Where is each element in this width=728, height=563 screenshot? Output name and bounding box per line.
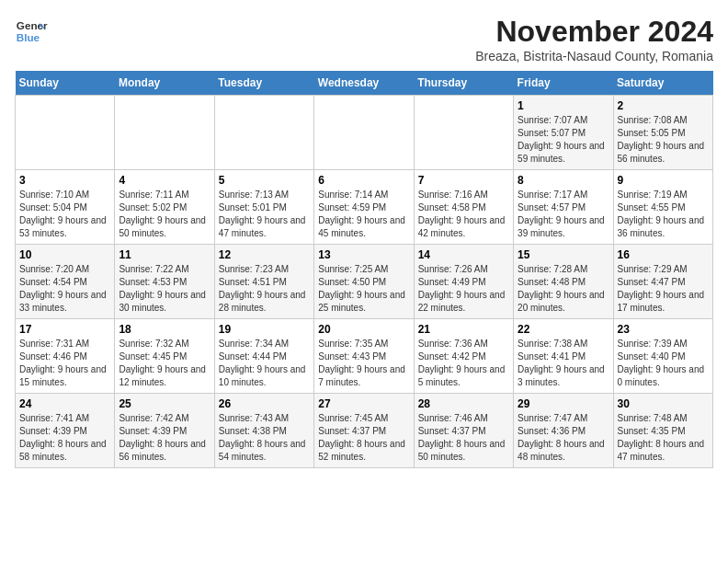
day-info: Sunrise: 7:23 AMSunset: 4:51 PMDaylight:… [219,263,310,315]
calendar-cell [314,96,414,170]
svg-text:General: General [17,19,48,31]
day-number: 18 [119,323,210,336]
title-block: November 2024 Breaza, Bistrita-Nasaud Co… [475,15,713,63]
header-day: Sunday [16,71,115,96]
day-info: Sunrise: 7:10 AMSunset: 5:04 PMDaylight:… [19,189,110,240]
calendar-cell: 15Sunrise: 7:28 AMSunset: 4:48 PMDayligh… [514,245,613,319]
day-info: Sunrise: 7:39 AMSunset: 4:40 PMDaylight:… [618,338,709,389]
calendar-cell: 25Sunrise: 7:42 AMSunset: 4:39 PMDayligh… [115,394,214,468]
day-number: 30 [618,397,709,410]
calendar-cell: 11Sunrise: 7:22 AMSunset: 4:53 PMDayligh… [115,245,214,319]
calendar-cell [414,96,513,170]
header-row: SundayMondayTuesdayWednesdayThursdayFrid… [16,71,713,96]
calendar-table: SundayMondayTuesdayWednesdayThursdayFrid… [15,71,713,468]
day-number: 15 [518,248,609,261]
calendar-cell: 3Sunrise: 7:10 AMSunset: 5:04 PMDaylight… [16,170,115,245]
calendar-cell: 9Sunrise: 7:19 AMSunset: 4:55 PMDaylight… [613,170,712,245]
day-info: Sunrise: 7:28 AMSunset: 4:48 PMDaylight:… [518,263,609,315]
calendar-cell: 26Sunrise: 7:43 AMSunset: 4:38 PMDayligh… [214,394,313,468]
subtitle: Breaza, Bistrita-Nasaud County, Romania [475,49,713,63]
header-day: Monday [115,71,214,96]
day-info: Sunrise: 7:16 AMSunset: 4:58 PMDaylight:… [418,189,509,240]
calendar-cell: 20Sunrise: 7:35 AMSunset: 4:43 PMDayligh… [314,319,414,394]
svg-text:Blue: Blue [17,31,40,43]
calendar-cell: 1Sunrise: 7:07 AMSunset: 5:07 PMDaylight… [514,96,613,170]
day-number: 5 [219,174,310,187]
day-info: Sunrise: 7:07 AMSunset: 5:07 PMDaylight:… [518,114,609,166]
day-number: 6 [318,174,409,187]
calendar-cell: 4Sunrise: 7:11 AMSunset: 5:02 PMDaylight… [115,170,214,245]
calendar-header: SundayMondayTuesdayWednesdayThursdayFrid… [16,71,713,96]
calendar-cell: 8Sunrise: 7:17 AMSunset: 4:57 PMDaylight… [514,170,613,245]
day-number: 26 [219,397,310,410]
header-day: Saturday [613,71,712,96]
day-info: Sunrise: 7:17 AMSunset: 4:57 PMDaylight:… [518,189,609,240]
header-day: Wednesday [314,71,414,96]
calendar-cell: 19Sunrise: 7:34 AMSunset: 4:44 PMDayligh… [214,319,313,394]
day-info: Sunrise: 7:32 AMSunset: 4:45 PMDaylight:… [119,338,210,389]
main-title: November 2024 [475,15,713,49]
calendar-cell: 24Sunrise: 7:41 AMSunset: 4:39 PMDayligh… [16,394,115,468]
day-info: Sunrise: 7:47 AMSunset: 4:36 PMDaylight:… [518,412,609,464]
day-info: Sunrise: 7:38 AMSunset: 4:41 PMDaylight:… [518,338,609,389]
day-number: 27 [318,397,409,410]
calendar-cell: 2Sunrise: 7:08 AMSunset: 5:05 PMDaylight… [613,96,712,170]
day-info: Sunrise: 7:22 AMSunset: 4:53 PMDaylight:… [119,263,210,315]
day-number: 2 [618,99,709,112]
day-info: Sunrise: 7:42 AMSunset: 4:39 PMDaylight:… [119,412,210,464]
calendar-cell: 13Sunrise: 7:25 AMSunset: 4:50 PMDayligh… [314,245,414,319]
calendar-cell: 12Sunrise: 7:23 AMSunset: 4:51 PMDayligh… [214,245,313,319]
calendar-week-row: 3Sunrise: 7:10 AMSunset: 5:04 PMDaylight… [16,170,713,245]
calendar-cell: 14Sunrise: 7:26 AMSunset: 4:49 PMDayligh… [414,245,513,319]
day-info: Sunrise: 7:19 AMSunset: 4:55 PMDaylight:… [618,189,709,240]
day-info: Sunrise: 7:36 AMSunset: 4:42 PMDaylight:… [418,338,509,389]
day-number: 19 [219,323,310,336]
calendar-cell [16,96,115,170]
day-info: Sunrise: 7:14 AMSunset: 4:59 PMDaylight:… [318,189,409,240]
calendar-cell: 6Sunrise: 7:14 AMSunset: 4:59 PMDaylight… [314,170,414,245]
calendar-week-row: 10Sunrise: 7:20 AMSunset: 4:54 PMDayligh… [16,245,713,319]
day-number: 21 [418,323,509,336]
calendar-cell: 22Sunrise: 7:38 AMSunset: 4:41 PMDayligh… [514,319,613,394]
day-info: Sunrise: 7:11 AMSunset: 5:02 PMDaylight:… [119,189,210,240]
calendar-week-row: 24Sunrise: 7:41 AMSunset: 4:39 PMDayligh… [16,394,713,468]
calendar-cell: 29Sunrise: 7:47 AMSunset: 4:36 PMDayligh… [514,394,613,468]
logo: General Blue [15,15,48,48]
header-day: Friday [514,71,613,96]
calendar-cell: 7Sunrise: 7:16 AMSunset: 4:58 PMDaylight… [414,170,513,245]
day-number: 10 [19,248,110,261]
calendar-cell: 17Sunrise: 7:31 AMSunset: 4:46 PMDayligh… [16,319,115,394]
day-info: Sunrise: 7:45 AMSunset: 4:37 PMDaylight:… [318,412,409,464]
calendar-body: 1Sunrise: 7:07 AMSunset: 5:07 PMDaylight… [16,96,713,468]
calendar-cell: 16Sunrise: 7:29 AMSunset: 4:47 PMDayligh… [613,245,712,319]
day-number: 28 [418,397,509,410]
day-info: Sunrise: 7:48 AMSunset: 4:35 PMDaylight:… [618,412,709,464]
header-day: Thursday [414,71,513,96]
calendar-cell: 23Sunrise: 7:39 AMSunset: 4:40 PMDayligh… [613,319,712,394]
calendar-cell: 5Sunrise: 7:13 AMSunset: 5:01 PMDaylight… [214,170,313,245]
calendar-cell [214,96,313,170]
day-number: 23 [618,323,709,336]
header: General Blue November 2024 Breaza, Bistr… [15,15,713,63]
day-info: Sunrise: 7:43 AMSunset: 4:38 PMDaylight:… [219,412,310,464]
calendar-cell: 28Sunrise: 7:46 AMSunset: 4:37 PMDayligh… [414,394,513,468]
calendar-cell [115,96,214,170]
day-number: 24 [19,397,110,410]
day-number: 13 [318,248,409,261]
day-info: Sunrise: 7:13 AMSunset: 5:01 PMDaylight:… [219,189,310,240]
day-number: 16 [618,248,709,261]
day-number: 12 [219,248,310,261]
day-number: 29 [518,397,609,410]
day-number: 7 [418,174,509,187]
calendar-cell: 27Sunrise: 7:45 AMSunset: 4:37 PMDayligh… [314,394,414,468]
calendar-week-row: 17Sunrise: 7:31 AMSunset: 4:46 PMDayligh… [16,319,713,394]
day-number: 3 [19,174,110,187]
calendar-cell: 30Sunrise: 7:48 AMSunset: 4:35 PMDayligh… [613,394,712,468]
day-info: Sunrise: 7:29 AMSunset: 4:47 PMDaylight:… [618,263,709,315]
day-info: Sunrise: 7:26 AMSunset: 4:49 PMDaylight:… [418,263,509,315]
day-number: 20 [318,323,409,336]
day-number: 17 [19,323,110,336]
logo-icon: General Blue [15,15,48,48]
day-number: 8 [518,174,609,187]
day-info: Sunrise: 7:08 AMSunset: 5:05 PMDaylight:… [618,114,709,166]
